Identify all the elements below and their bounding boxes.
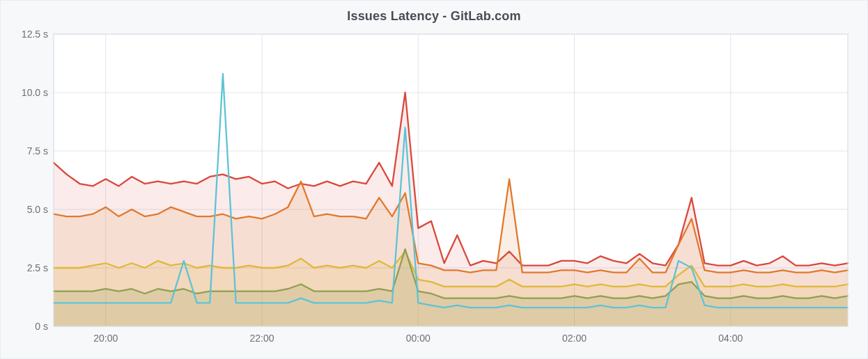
- x-axis-label: 02:00: [562, 333, 587, 344]
- y-axis-label: 0 s: [35, 321, 48, 332]
- x-axis-label: 00:00: [406, 333, 431, 344]
- y-axis-label: 12.5 s: [22, 29, 48, 40]
- line-chart: 0 s2.5 s5.0 s7.5 s10.0 s12.5 s20:0022:00…: [12, 29, 856, 347]
- chart-title: Issues Latency - GitLab.com: [12, 9, 856, 24]
- x-axis-label: 04:00: [718, 333, 743, 344]
- y-axis-label: 2.5 s: [27, 262, 48, 273]
- plot-area: 0 s2.5 s5.0 s7.5 s10.0 s12.5 s20:0022:00…: [12, 29, 856, 347]
- x-axis-label: 20:00: [93, 333, 118, 344]
- y-axis-label: 10.0 s: [22, 87, 48, 98]
- y-axis-label: 5.0 s: [27, 204, 48, 215]
- x-axis-label: 22:00: [249, 333, 274, 344]
- chart-panel: Issues Latency - GitLab.com 0 s2.5 s5.0 …: [0, 0, 868, 359]
- y-axis-label: 7.5 s: [27, 145, 48, 157]
